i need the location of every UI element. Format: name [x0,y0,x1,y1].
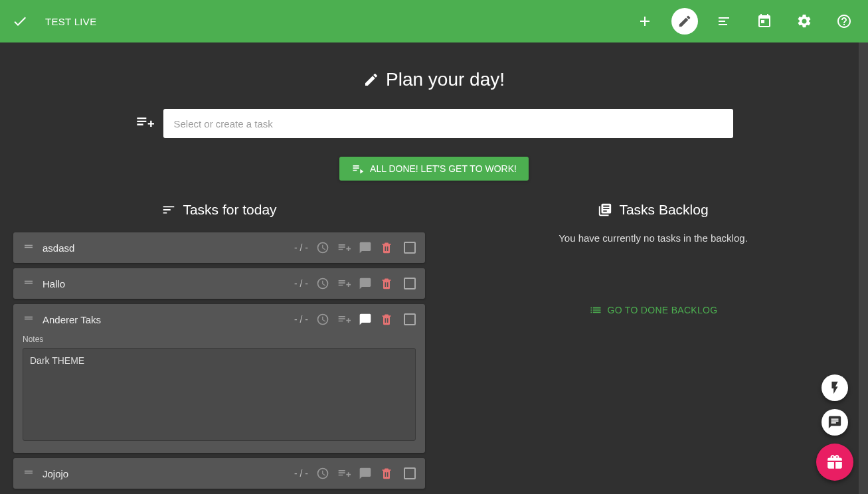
task-checkbox[interactable] [404,467,416,479]
drag-handle-icon[interactable] [23,312,35,327]
playlist-add-icon [135,113,154,134]
lightning-icon [827,380,842,395]
add-task-button[interactable] [632,8,658,35]
task-input[interactable] [163,109,733,138]
list-icon [589,303,602,317]
notes-icon[interactable] [359,277,372,290]
clock-icon[interactable] [316,241,329,254]
task-card: Jojojo - / - [13,458,425,489]
drag-handle-icon[interactable] [23,466,35,481]
chat-icon [827,415,842,430]
go-done-backlog-link[interactable]: GO TO DONE BACKLOG [452,303,855,317]
backlog-section-header: Tasks Backlog [452,202,855,218]
drag-handle-icon[interactable] [23,240,35,255]
add-subtask-icon[interactable] [337,241,351,254]
list-button[interactable] [711,8,738,35]
page-title: Plan your day! [0,69,868,90]
task-duration: - / - [294,278,308,289]
plan-mode-button[interactable] [671,8,698,35]
calendar-button[interactable] [751,8,778,35]
today-section-header: Tasks for today [13,202,425,218]
help-button[interactable] [831,8,857,35]
all-done-button[interactable]: ALL DONE! LET'S GET TO WORK! [339,157,529,181]
fab-lightning[interactable] [822,374,848,401]
clock-icon[interactable] [316,277,329,290]
task-card: Hallo - / - [13,268,425,299]
notes-icon[interactable] [359,241,372,254]
task-checkbox[interactable] [404,242,416,254]
settings-button[interactable] [791,8,818,35]
task-duration: - / - [294,242,308,253]
fab-gift[interactable] [816,444,853,481]
scrollbar[interactable] [859,42,868,494]
library-books-icon [598,203,612,217]
add-subtask-icon[interactable] [337,277,351,290]
edit-icon [363,72,379,88]
gift-icon [826,453,843,471]
backlog-empty-text: You have currently no tasks in the backl… [452,232,855,244]
sort-icon [161,203,176,217]
notes-label: Notes [23,335,416,344]
delete-icon[interactable] [380,467,393,480]
task-title[interactable]: asdasd [43,242,286,254]
task-card: asdasd - / - [13,232,425,263]
task-checkbox[interactable] [404,313,416,325]
task-card: Anderer Taks - / - Notes [13,304,425,453]
clock-icon[interactable] [316,467,329,480]
notes-textarea[interactable] [23,348,416,441]
delete-icon[interactable] [380,313,393,326]
delete-icon[interactable] [380,277,393,290]
app-title: TEST LIVE [45,16,96,27]
app-logo-check-icon [11,12,29,31]
today-task-list: asdasd - / - Hallo [13,232,425,489]
drag-handle-icon[interactable] [23,276,35,291]
task-title[interactable]: Jojojo [43,468,286,479]
delete-icon[interactable] [380,241,393,254]
task-title[interactable]: Hallo [43,278,286,289]
notes-icon[interactable] [359,467,372,480]
add-subtask-icon[interactable] [337,313,351,326]
task-checkbox[interactable] [404,278,416,289]
notes-icon[interactable] [359,313,372,326]
playlist-play-icon [351,162,365,175]
app-header: TEST LIVE [0,0,868,42]
task-title[interactable]: Anderer Taks [43,314,286,325]
task-duration: - / - [294,468,308,479]
task-duration: - / - [294,314,308,325]
add-subtask-icon[interactable] [337,467,351,480]
fab-feedback[interactable] [822,409,848,436]
clock-icon[interactable] [316,313,329,326]
main-content: Plan your day! ALL DONE! LET'S GET TO WO… [0,42,868,494]
